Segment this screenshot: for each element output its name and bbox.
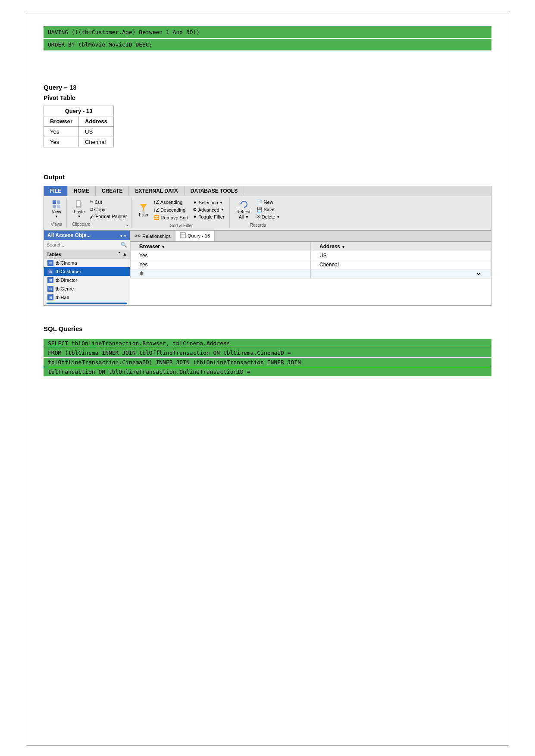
nav-item-tblCinema[interactable]: ⊞ tblCinema xyxy=(44,259,130,267)
toggle-filter-label: Toggle Filter xyxy=(199,214,225,219)
svg-rect-0 xyxy=(53,200,56,204)
cut-button[interactable]: ✂ Cut xyxy=(88,199,128,205)
toggle-filter-button[interactable]: ▼ Toggle Filter xyxy=(191,214,226,220)
descending-label: Descending xyxy=(160,207,185,212)
sort-filter-label: Sort & Filter xyxy=(170,223,193,228)
delete-button[interactable]: ✕ Delete ▼ xyxy=(255,214,282,220)
advanced-arrow: ▼ xyxy=(221,208,224,212)
new-record-button[interactable]: 📄 New xyxy=(255,199,282,206)
nav-pane: All Access Obje... ● « 🔍 Tables ⌃ ▲ ⊞ tb… xyxy=(44,231,130,305)
new-row-dropdown[interactable] xyxy=(311,269,491,278)
nav-item-tblCustomer[interactable]: ⊞ tblCustomer xyxy=(44,267,130,276)
query-col-address: Address ▼ xyxy=(311,242,491,251)
remove-sort-icon: 🔀 xyxy=(153,215,160,220)
advanced-label: Advanced xyxy=(198,207,219,212)
nav-item-tblGenre[interactable]: ⊞ tblGenre xyxy=(44,284,130,293)
ribbon-toolbar: View ▼ Views xyxy=(44,196,491,231)
cell-browser-2: Yes xyxy=(44,137,79,147)
filter-label: Filter xyxy=(139,212,148,217)
nav-item-tblHall[interactable]: ⊞ tblHall xyxy=(44,293,130,302)
table-row: Yes US xyxy=(44,127,114,137)
tab-database-tools[interactable]: DATABASE TOOLS xyxy=(185,186,244,196)
delete-label: Delete xyxy=(262,214,275,219)
clipboard-dialog-icon[interactable]: ⌞ xyxy=(126,222,128,226)
tab-relationships[interactable]: Relationships xyxy=(130,231,175,241)
format-painter-label: Format Painter xyxy=(96,214,127,219)
data-area: Relationships Query - 13 xyxy=(130,231,491,305)
nav-item-label: tblCinema xyxy=(56,260,77,266)
selection-label: Selection xyxy=(199,200,218,205)
table-icon: ⊞ xyxy=(47,294,53,300)
paste-button[interactable]: Paste ▼ xyxy=(72,199,87,219)
remove-sort-button[interactable]: 🔀 Remove Sort xyxy=(152,214,190,221)
svg-rect-1 xyxy=(57,200,60,204)
tables-label: Tables xyxy=(47,252,61,257)
refresh-all-button[interactable]: Refresh All ▼ xyxy=(235,199,253,220)
sort-filter-group: Filter ↑Z Ascending ↓Z Descending 🔀 xyxy=(134,198,229,228)
view-button[interactable]: View ▼ xyxy=(50,199,63,219)
remove-sort-label: Remove Sort xyxy=(161,215,188,220)
tab-query13[interactable]: Query - 13 xyxy=(175,231,215,241)
selection-button[interactable]: ▼ Selection ▼ xyxy=(191,200,226,206)
tables-section-header: Tables ⌃ ▲ xyxy=(44,250,130,259)
table-row: Yes Chennai xyxy=(44,137,114,147)
copy-button[interactable]: ⧉ Copy xyxy=(88,206,128,212)
tab-home[interactable]: HOME xyxy=(68,186,96,196)
tables-expand-icon[interactable]: ⌃ ▲ xyxy=(117,251,127,257)
new-icon: 📄 xyxy=(257,200,263,205)
search-input[interactable] xyxy=(47,242,119,247)
access-window: FILE HOME CREATE EXTERNAL DATA DATABASE … xyxy=(44,186,491,306)
query13-tab-label: Query - 13 xyxy=(188,233,210,238)
records-label: Records xyxy=(250,223,266,228)
views-group-content: View ▼ xyxy=(50,198,63,220)
sql-line-4: tblTransaction ON tblOnlineTransaction.O… xyxy=(44,367,491,376)
sql-line-1: SELECT tblOnlineTransaction.Browser, tbl… xyxy=(44,339,491,348)
sql-block: SELECT tblOnlineTransaction.Browser, tbl… xyxy=(44,339,491,376)
descending-button[interactable]: ↓Z Descending xyxy=(152,206,190,213)
refresh-icon xyxy=(239,200,249,209)
descending-icon: ↓Z xyxy=(153,207,159,213)
query13-tab-icon xyxy=(180,232,186,239)
nav-item-tblDirector[interactable]: ⊞ tblDirector xyxy=(44,276,130,284)
tab-create[interactable]: CREATE xyxy=(96,186,129,196)
clipboard-content: Paste ▼ ✂ Cut ⧉ Copy 🖌 xyxy=(72,198,128,220)
ascending-icon: ↑Z xyxy=(153,199,159,205)
nav-scroll-area: ⊞ tblCinema ⊞ tblCustomer ⊞ tblDirector … xyxy=(44,259,130,305)
save-button[interactable]: 💾 Save xyxy=(255,206,282,213)
refresh-all-label: Refresh xyxy=(237,209,252,214)
page-container: HAVING (((tblCustomer.Age) Between 1 And… xyxy=(26,13,509,746)
relationships-icon xyxy=(135,233,141,240)
table-row: Yes US xyxy=(131,251,491,260)
ascending-button[interactable]: ↑Z Ascending xyxy=(152,199,190,206)
view-label: View xyxy=(52,209,61,214)
nav-item-label: tblDirector xyxy=(56,278,77,283)
view-arrow: ▼ xyxy=(55,215,58,219)
views-group: View ▼ Views xyxy=(47,198,67,228)
cut-label: Cut xyxy=(95,200,102,205)
col-address: Address xyxy=(79,116,114,127)
save-icon: 💾 xyxy=(257,207,263,212)
tab-file[interactable]: FILE xyxy=(44,186,68,196)
nav-collapse-icon[interactable]: ● « xyxy=(120,233,126,238)
svg-rect-3 xyxy=(57,205,60,208)
having-line: HAVING (((tblCustomer.Age) Between 1 And… xyxy=(44,26,491,38)
query13-title: Query – 13 xyxy=(44,84,491,91)
nav-item-label: tblGenre xyxy=(56,286,74,291)
clipboard-label: Clipboard xyxy=(72,222,91,227)
new-record-row[interactable]: ✱ xyxy=(131,269,491,278)
filter-button[interactable]: Filter xyxy=(137,202,150,218)
delete-icon: ✕ xyxy=(257,214,260,220)
records-group: Refresh All ▼ 📄 New 💾 Save ✕ xyxy=(232,198,285,228)
sql-line-2: FROM (tblCinema INNER JOIN tblOfflineTra… xyxy=(44,348,491,357)
clipboard-group: Paste ▼ ✂ Cut ⧉ Copy 🖌 xyxy=(69,198,132,228)
svg-point-9 xyxy=(135,235,137,237)
nav-item-label: tblHall xyxy=(56,295,69,300)
data-tabs: Relationships Query - 13 xyxy=(130,231,491,242)
advanced-button[interactable]: ⚙ Advanced ▼ xyxy=(191,206,226,213)
nav-item-label: tblCustomer xyxy=(56,269,81,274)
cell-address-1: US xyxy=(79,127,114,137)
svg-marker-8 xyxy=(240,203,242,205)
tab-external-data[interactable]: EXTERNAL DATA xyxy=(129,186,184,196)
format-painter-button[interactable]: 🖌 Format Painter xyxy=(88,213,128,219)
new-label: New xyxy=(264,200,273,205)
